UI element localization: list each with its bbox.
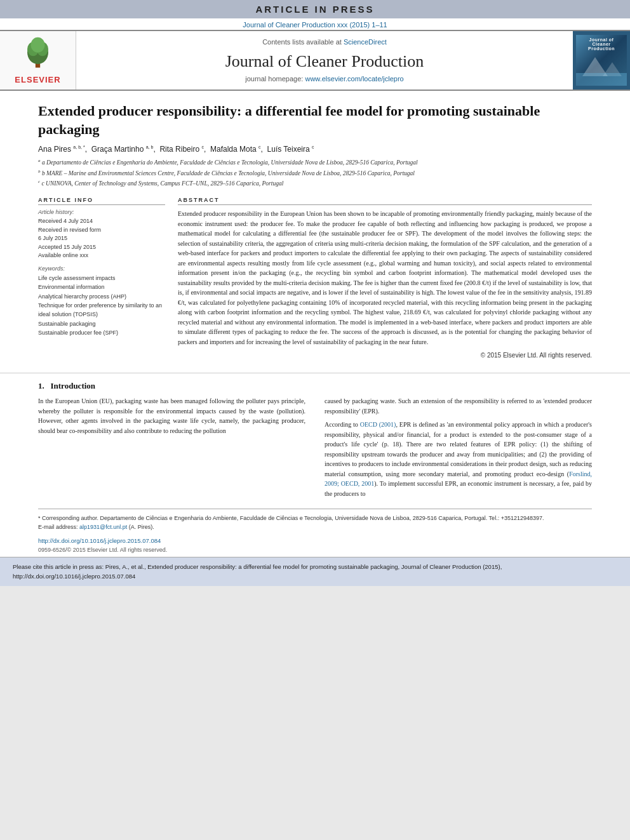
intro-right-para-2: According to OECD (2001), EPR is defined… bbox=[325, 420, 592, 498]
keyword-2: Environmental information bbox=[38, 283, 165, 291]
author-graca: Graça Martinho a, b, bbox=[91, 145, 158, 154]
affil-a: a a Departamento de Ciências e Engenhari… bbox=[38, 157, 592, 167]
doi-link[interactable]: http://dx.doi.org/10.1016/j.jclepro.2015… bbox=[38, 537, 161, 544]
keyword-6: Sustainable producer fee (SPF) bbox=[38, 328, 165, 337]
article-in-press-banner: ARTICLE IN PRESS bbox=[0, 0, 630, 18]
left-col-article-info: ARTICLE INFO Article history: Received 4… bbox=[38, 197, 165, 359]
cp-img-inner: Journal ofCleanerProduction bbox=[576, 35, 627, 86]
keywords-label: Keywords: bbox=[38, 265, 165, 272]
author-luis: Luís Teixeira c bbox=[267, 145, 314, 154]
authors-line: Ana Pires a, b, *, Graça Martinho a, b, … bbox=[38, 145, 592, 154]
header-center: Contents lists available at ScienceDirec… bbox=[76, 31, 573, 90]
abstract-text: Extended producer responsibility in the … bbox=[178, 209, 592, 347]
keyword-5: Sustainable packaging bbox=[38, 319, 165, 328]
journal-title-main: Journal of Cleaner Production bbox=[225, 52, 424, 71]
keyword-3: Analytical hierarchy process (AHP) bbox=[38, 292, 165, 301]
revised-label: Received in revised form bbox=[38, 226, 165, 235]
doi-line: http://dx.doi.org/10.1016/j.jclepro.2015… bbox=[0, 535, 630, 546]
page-wrapper: ARTICLE IN PRESS Journal of Cleaner Prod… bbox=[0, 0, 630, 586]
sciencedirect-link[interactable]: ScienceDirect bbox=[344, 38, 387, 46]
elsevier-tree-icon bbox=[20, 36, 55, 71]
svg-point-4 bbox=[31, 37, 45, 53]
section-divider bbox=[0, 373, 630, 373]
sciencedirect-line: Contents lists available at ScienceDirec… bbox=[262, 38, 387, 46]
elsevier-logo: ELSEVIER bbox=[0, 31, 76, 90]
journal-homepage-line: journal homepage: www.elsevier.com/locat… bbox=[245, 75, 403, 83]
elsevier-logo-text: ELSEVIER bbox=[15, 75, 60, 84]
svg-rect-5 bbox=[576, 73, 627, 86]
footnote-star-note: * Corresponding author. Departamento de … bbox=[38, 514, 592, 523]
homepage-prefix: journal homepage: bbox=[245, 75, 305, 83]
homepage-url[interactable]: www.elsevier.com/locate/jclepro bbox=[305, 75, 403, 83]
intro-left-col: In the European Union (EU), packaging wa… bbox=[38, 396, 305, 502]
intro-title: 1. Introduction bbox=[38, 381, 592, 391]
affil-b: b b MARE – Marine and Environmental Scie… bbox=[38, 168, 592, 178]
article-info-header: ARTICLE INFO bbox=[38, 197, 165, 205]
author-ana-pires: Ana Pires a, b, *, bbox=[38, 145, 89, 154]
right-col-abstract: ABSTRACT Extended producer responsibilit… bbox=[178, 197, 592, 359]
intro-section: 1. Introduction In the European Union (E… bbox=[0, 381, 630, 502]
received-date: Received 4 July 2014 bbox=[38, 217, 165, 226]
available-online: Available online xxx bbox=[38, 251, 165, 260]
cleaner-production-image: Journal ofCleanerProduction bbox=[573, 31, 630, 90]
footnote-email-label: E-mail address: bbox=[38, 524, 79, 530]
journal-name-bar: Journal of Cleaner Production xxx (2015)… bbox=[0, 18, 630, 30]
intro-section-label: Introduction bbox=[51, 381, 96, 390]
author-mafalda: Mafalda Mota c, bbox=[210, 145, 265, 154]
intro-number: 1. bbox=[38, 381, 44, 390]
forslind-link[interactable]: Forslind, 2009; OECD, 2001 bbox=[325, 470, 592, 488]
water-icon bbox=[576, 73, 627, 86]
affil-c: c c UNINOVA, Center of Technology and Sy… bbox=[38, 178, 592, 188]
issn-line: 0959-6526/© 2015 Elsevier Ltd. All right… bbox=[0, 546, 630, 557]
header-area: ELSEVIER Contents lists available at Sci… bbox=[0, 30, 630, 91]
article-title: Extended producer responsibility: a diff… bbox=[38, 102, 592, 138]
main-content: Extended producer responsibility: a diff… bbox=[0, 91, 630, 365]
journal-bar-text: Journal of Cleaner Production xxx (2015)… bbox=[243, 21, 387, 29]
keyword-4: Technique for order preference by simila… bbox=[38, 301, 165, 319]
intro-two-col: In the European Union (EU), packaging wa… bbox=[38, 396, 592, 502]
intro-left-para-1: In the European Union (EU), packaging wa… bbox=[38, 396, 305, 436]
author-rita: Rita Ribeiro c, bbox=[159, 145, 208, 154]
citation-bar: Please cite this article in press as: Pi… bbox=[0, 557, 630, 586]
footnote-area: * Corresponding author. Departamento de … bbox=[38, 509, 592, 535]
abstract-copyright: © 2015 Elsevier Ltd. All rights reserved… bbox=[178, 352, 592, 359]
intro-right-col: caused by packaging waste. Such an exten… bbox=[325, 396, 592, 502]
abstract-header: ABSTRACT bbox=[178, 197, 592, 205]
revised-date: 6 July 2015 bbox=[38, 234, 165, 243]
cp-img-text: Journal ofCleanerProduction bbox=[576, 37, 627, 51]
citation-text: Please cite this article in press as: Pi… bbox=[13, 563, 502, 579]
footnote-email-link[interactable]: alp1931@fct.unl.pt bbox=[79, 524, 127, 530]
history-label: Article history: bbox=[38, 209, 165, 215]
keyword-1: Life cycle assessment impacts bbox=[38, 274, 165, 283]
accepted-date: Accepted 15 July 2015 bbox=[38, 243, 165, 252]
affiliations: a a Departamento de Ciências e Engenhari… bbox=[38, 157, 592, 188]
banner-text: ARTICLE IN PRESS bbox=[255, 4, 374, 15]
article-info-abstract: ARTICLE INFO Article history: Received 4… bbox=[38, 197, 592, 359]
footnote-email-line: E-mail address: alp1931@fct.unl.pt (A. P… bbox=[38, 523, 592, 532]
footnote-email-suffix: (A. Pires). bbox=[129, 524, 154, 530]
intro-right-para-1: caused by packaging waste. Such an exten… bbox=[325, 396, 592, 416]
oecd-link[interactable]: OECD (2001) bbox=[360, 421, 396, 428]
sciencedirect-prefix: Contents lists available at bbox=[262, 38, 344, 46]
